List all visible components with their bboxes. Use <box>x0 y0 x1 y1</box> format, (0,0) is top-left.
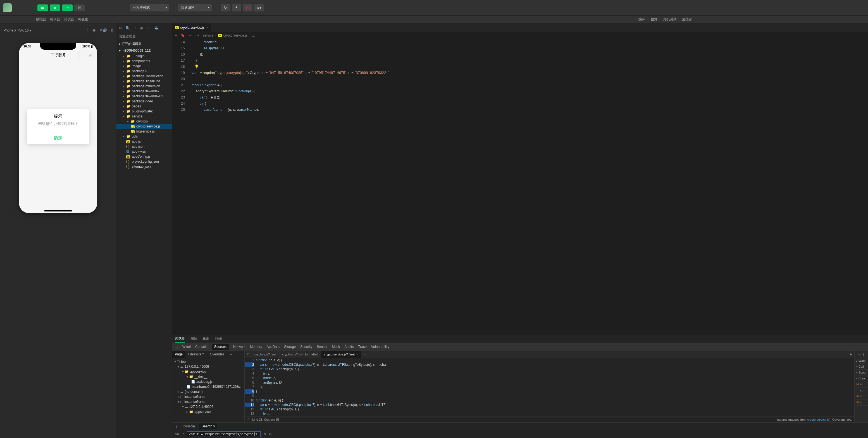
dt-tab-security[interactable]: Security <box>300 345 312 349</box>
console-menu-icon[interactable]: ⋮ <box>175 424 178 428</box>
source-tree-item[interactable]: 📄 mainframe?t=1629874027126&c <box>172 384 244 389</box>
source-tab[interactable]: cryptorservice.js? [sm] × <box>321 351 361 358</box>
tree-item-components[interactable]: ▸📁components <box>116 59 172 64</box>
list-icon[interactable]: ≡ <box>175 33 177 37</box>
scope-section[interactable]: ▾Scop <box>855 370 868 375</box>
search-icon[interactable]: 🔍 <box>125 26 130 30</box>
layout-icon[interactable]: ▭ <box>147 26 150 30</box>
bp-item-1[interactable]: ☑ ap <box>855 381 868 388</box>
bp-item-2[interactable]: ☑ cr <box>855 393 868 400</box>
simulator-button[interactable]: ▭ <box>37 4 48 11</box>
clear-cache-icon[interactable]: ≋▾ <box>254 4 264 11</box>
source-tree-item[interactable]: ▾ ☁ 127.0.0.1:49006 <box>172 364 244 369</box>
mode-select[interactable]: 小程序模式 <box>130 4 169 11</box>
search-tab[interactable]: Search × <box>199 424 217 429</box>
device-select[interactable]: iPhone X 75% 16 ▾ <box>3 29 31 32</box>
source-gutter[interactable]: 12345678910111213141516 <box>245 358 256 416</box>
source-tree-item[interactable]: ▾ ▢ top <box>172 359 244 364</box>
pause-icon[interactable]: ‖ <box>863 352 865 356</box>
source-tab[interactable]: cryptojs.js? [sm] <box>252 351 280 358</box>
source-map-link[interactable]: cryptorservice.js <box>807 418 830 421</box>
source-tree-item[interactable]: ▾ ▢ instanceframe <box>172 399 244 404</box>
tree-item-packageA[interactable]: ▸📁packageA <box>116 69 172 74</box>
tree-item-appConfig.js[interactable]: JSappConfig.js <box>116 154 172 159</box>
remote-debug-icon[interactable]: 🐞 <box>243 4 252 11</box>
capsule-menu-icon[interactable]: ⋯ <box>79 52 86 58</box>
tree-item-sitemap.json[interactable]: { }sitemap.json <box>116 164 172 169</box>
nav-icon[interactable]: ⊡ <box>245 352 252 356</box>
tree-item-packageVideo[interactable]: ▸📁packageVideo <box>116 99 172 104</box>
tree-item-packageConstruction[interactable]: ▸📁packageConstruction <box>116 74 172 79</box>
tree-item-packageDigitalOne[interactable]: ▸📁packageDigitalOne <box>116 79 172 84</box>
dt-tab-audits[interactable]: Audits <box>344 345 353 349</box>
left-more-icon[interactable]: ⋮ <box>239 352 244 356</box>
tree-item-cryptorservice.js[interactable]: JScryptorservice.js <box>116 124 172 129</box>
tree-item-logservice.js[interactable]: JSlogservice.js <box>116 129 172 134</box>
tree-item-project.config.json[interactable]: { }project.config.json <box>116 159 172 164</box>
console-tab[interactable]: Console <box>181 424 196 428</box>
more-tabs-icon[interactable]: » <box>227 351 235 358</box>
editor-tab-active[interactable]: JS cryptorservice.js × <box>172 24 211 32</box>
refresh-search-icon[interactable]: ↻ <box>264 432 266 436</box>
dt-tab-debugger[interactable]: 调试器 <box>175 335 185 343</box>
editor-button[interactable]: ‹› <box>50 4 60 11</box>
tree-item-cryptojs[interactable]: ▸📁cryptojs <box>116 119 172 124</box>
device-icon[interactable]: ▯ <box>87 28 89 33</box>
tree-item-packageNewIndex[interactable]: ▸📁packageNewIndex <box>116 89 172 94</box>
bookmark-icon[interactable]: 🔖 <box>181 33 185 37</box>
source-tree-item[interactable]: ▸ 📁 appservice <box>172 409 244 414</box>
code-editor[interactable]: 141516171819202122232425 mode: c, asBpyt… <box>172 39 868 335</box>
call-stack-section[interactable]: ▾Call <box>855 364 868 370</box>
source-tab[interactable]: cryptojs.js? [sm]:formatted <box>280 351 321 358</box>
compile-select[interactable]: 普通编译 <box>178 4 212 11</box>
match-case-toggle[interactable]: Aa <box>175 432 179 436</box>
git-icon[interactable]: ⑂ <box>134 26 136 30</box>
dt-tab-storage[interactable]: Storage <box>284 345 296 349</box>
tree-item-image[interactable]: ▸📁image <box>116 64 172 69</box>
dt-tab-trace[interactable]: Trace <box>358 345 367 349</box>
avatar[interactable] <box>3 3 12 12</box>
dt-tab-mock[interactable]: Mock <box>332 345 340 349</box>
tree-item-app.js[interactable]: JSapp.js <box>116 139 172 144</box>
dt-tab-issues[interactable]: 问题 <box>190 335 197 342</box>
source-tree-item[interactable]: ▾ ☁ 127.0.0.1:49006 <box>172 404 244 409</box>
page-tab[interactable]: Page <box>172 351 185 358</box>
tree-item-utils[interactable]: ▸📁utils <box>116 134 172 139</box>
source-code[interactable]: function r(r, e, o) { var c = new t.mode… <box>256 358 854 416</box>
root-folder[interactable]: ▾ _-2006450068_112 <box>116 47 172 54</box>
overrides-tab[interactable]: Overrides <box>207 351 227 358</box>
tree-item-app.wxss[interactable]: ⊡app.wxss <box>116 149 172 154</box>
screenshot-icon[interactable]: ⧉ <box>111 28 114 33</box>
extensions-icon[interactable]: ⊞ <box>140 26 143 30</box>
dt-tab-wxml[interactable]: Wxml <box>182 345 191 349</box>
record-icon[interactable]: ◉ <box>92 28 95 33</box>
source-tree-item[interactable]: ▸ ☁ (no domain) <box>172 389 244 394</box>
dt-tab-console[interactable]: Console <box>195 345 208 349</box>
code-content[interactable]: mode: c, asBpytes: !0 }); }💡var t = requ… <box>189 39 868 335</box>
regex-toggle[interactable]: .* <box>182 432 184 436</box>
tree-item-app.json[interactable]: { }app.json <box>116 144 172 149</box>
dialog-confirm-button[interactable]: 确定 <box>27 132 89 144</box>
refresh-icon[interactable]: ↻ <box>221 4 230 11</box>
more-source-tabs-icon[interactable]: » <box>361 352 367 356</box>
explorer-more-icon[interactable]: ⋯ <box>165 34 169 39</box>
opened-editors-section[interactable]: ▸ 打开的编辑器 <box>116 40 172 47</box>
copy-icon[interactable]: ⧉ <box>119 26 122 30</box>
dt-tab-terminal[interactable]: 终端 <box>215 335 222 342</box>
source-tree-item[interactable]: ▸ ▢ instanceframe <box>172 394 244 399</box>
dt-tab-sensor[interactable]: Sensor <box>317 345 328 349</box>
breadcrumb[interactable]: service › JS cryptorservice.js › ... <box>203 33 255 37</box>
dt-tab-output[interactable]: 输出 <box>203 335 210 342</box>
tree-item-__plugin__[interactable]: ▸📁__plugin__ <box>116 54 172 59</box>
mute-icon[interactable]: ✕🔊 <box>99 28 107 33</box>
source-tree-item[interactable]: ▾ 📁 appservice <box>172 369 244 374</box>
tree-item-packageImmersion[interactable]: ▸📁packageImmersion <box>116 84 172 89</box>
bp-item-3[interactable]: ☑ cr <box>855 400 868 406</box>
inspect-icon[interactable]: ⬚ <box>175 345 178 349</box>
watch-section[interactable]: ▸Watc <box>855 358 868 364</box>
preview-icon[interactable]: 👁 <box>232 4 241 11</box>
resume-icon[interactable]: ▭ <box>858 352 861 356</box>
breakpoints-section[interactable]: ▾Brea <box>855 375 868 381</box>
tree-item-service[interactable]: ▾📁service <box>116 114 172 119</box>
tree-item-plugin-private:[interactable]: ▸📁plugin-private: <box>116 109 172 114</box>
